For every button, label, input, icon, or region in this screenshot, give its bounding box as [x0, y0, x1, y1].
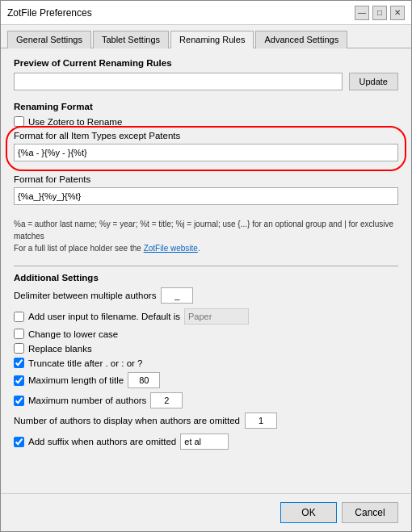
tab-bar: General Settings Tablet Settings Renamin…: [1, 25, 411, 48]
format-patents-group: Format for Patents: [14, 174, 398, 210]
renaming-format-section: Renaming Format Use Zotero to Rename For…: [14, 102, 398, 254]
use-zotero-label: Use Zotero to Rename: [28, 117, 122, 127]
replace-blanks-checkbox[interactable]: [14, 343, 24, 354]
preview-section: Preview of Current Renaming Rules Update: [14, 58, 398, 90]
help-text-3: .: [198, 244, 200, 253]
zotfile-link[interactable]: ZotFile website: [144, 244, 198, 253]
footer: OK Cancel: [1, 493, 411, 531]
truncate-title-row: Truncate title after . or : or ?: [14, 358, 398, 368]
preview-label: Preview of Current Renaming Rules: [14, 58, 398, 68]
ok-button[interactable]: OK: [280, 502, 337, 523]
max-authors-checkbox[interactable]: [14, 396, 24, 406]
help-text-1: %a = author last name; %y = year; %t = t…: [14, 220, 393, 241]
add-user-input-row: Add user input to filename. Default is: [14, 308, 398, 325]
max-title-checkbox[interactable]: [14, 375, 24, 386]
max-authors-input[interactable]: [150, 392, 183, 408]
replace-blanks-row: Replace blanks: [14, 343, 398, 354]
max-title-row: Maximum length of title: [14, 372, 398, 388]
format-patents-label: Format for Patents: [14, 174, 398, 184]
use-zotero-row: Use Zotero to Rename: [14, 116, 398, 127]
tab-tablet[interactable]: Tablet Settings: [93, 31, 169, 48]
delimiter-label: Delimiter between multiple authors: [14, 291, 156, 300]
tab-renaming[interactable]: Renaming Rules: [170, 31, 254, 48]
window-controls: — □ ✕: [355, 6, 405, 20]
tab-general[interactable]: General Settings: [7, 31, 91, 48]
add-user-input-checkbox[interactable]: [14, 312, 24, 322]
lower-case-label: Change to lower case: [28, 329, 118, 339]
omit-authors-row: Number of authors to display when author…: [14, 413, 398, 429]
replace-blanks-label: Replace blanks: [28, 344, 92, 354]
section-divider: [14, 266, 398, 266]
help-text-2: For a full list of place holder see the: [14, 244, 144, 253]
help-text: %a = author last name; %y = year; %t = t…: [14, 218, 398, 254]
cancel-button[interactable]: Cancel: [342, 502, 398, 523]
max-title-label: Maximum length of title: [28, 375, 124, 385]
truncate-title-checkbox[interactable]: [14, 358, 24, 368]
minimize-button[interactable]: —: [355, 6, 369, 20]
format-all-label: Format for all Item Types except Patents: [14, 131, 398, 140]
preview-row: Update: [14, 73, 398, 90]
additional-label: Additional Settings: [14, 273, 398, 283]
use-zotero-checkbox[interactable]: [14, 116, 24, 127]
max-title-input[interactable]: [128, 372, 160, 388]
suffix-input[interactable]: [180, 434, 229, 450]
main-window: ZotFile Preferences — □ ✕ General Settin…: [0, 0, 412, 532]
title-bar: ZotFile Preferences — □ ✕: [1, 1, 411, 25]
paper-input[interactable]: [184, 308, 249, 325]
update-button[interactable]: Update: [349, 73, 398, 90]
max-authors-label: Maximum number of authors: [28, 396, 146, 405]
lower-case-checkbox[interactable]: [14, 329, 24, 339]
delimiter-input[interactable]: [161, 287, 193, 304]
window-title: ZotFile Preferences: [7, 7, 92, 19]
content-area: Preview of Current Renaming Rules Update…: [1, 48, 411, 493]
add-suffix-row: Add suffix when authors are omitted: [14, 434, 398, 450]
renaming-format-label: Renaming Format: [14, 102, 398, 111]
omit-authors-input[interactable]: [245, 413, 277, 429]
omit-authors-label: Number of authors to display when author…: [14, 416, 240, 425]
add-suffix-checkbox[interactable]: [14, 437, 24, 447]
max-authors-row: Maximum number of authors: [14, 392, 398, 408]
format-all-input[interactable]: [14, 144, 398, 161]
add-suffix-label: Add suffix when authors are omitted: [28, 437, 176, 446]
delimiter-row: Delimiter between multiple authors: [14, 287, 398, 304]
format-patents-input[interactable]: [14, 187, 398, 205]
additional-settings-section: Additional Settings Delimiter between mu…: [14, 273, 398, 450]
preview-input[interactable]: [14, 73, 343, 90]
close-button[interactable]: ✕: [390, 6, 405, 20]
tab-advanced[interactable]: Advanced Settings: [255, 31, 347, 48]
add-user-input-label: Add user input to filename. Default is: [28, 312, 180, 321]
truncate-title-label: Truncate title after . or : or ?: [28, 358, 142, 368]
lower-case-row: Change to lower case: [14, 329, 398, 339]
maximize-button[interactable]: □: [372, 6, 387, 20]
